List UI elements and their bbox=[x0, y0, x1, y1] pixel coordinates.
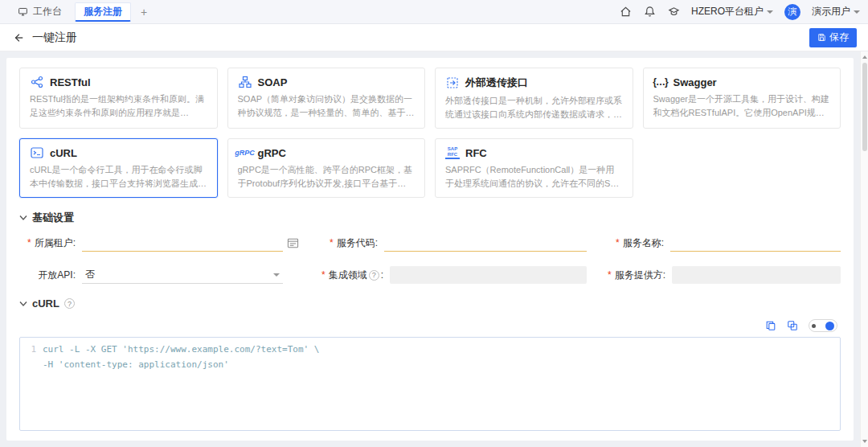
page-title: 一键注册 bbox=[32, 31, 77, 45]
tab-service-register-label: 服务注册 bbox=[84, 5, 122, 18]
card-rfc[interactable]: SAP RFC RFC SAPRFC（RemoteFunctionCall）是一… bbox=[435, 138, 633, 198]
toggle-on-dot bbox=[825, 322, 834, 330]
code-text: curl -L -X GET 'https://www.example.com/… bbox=[43, 342, 319, 358]
line-number: 1 bbox=[20, 342, 43, 358]
basic-settings-form: * 所属租户: * 服务代码: * bbox=[19, 233, 841, 285]
swagger-icon: {…} bbox=[653, 76, 668, 88]
chevron-down-icon bbox=[854, 10, 860, 14]
lov-select-icon[interactable] bbox=[287, 237, 299, 249]
scroll-down-arrow[interactable] bbox=[862, 437, 868, 445]
soap-icon bbox=[238, 76, 252, 88]
sap-rfc-logo-icon: SAP RFC bbox=[445, 146, 460, 159]
back-button[interactable] bbox=[11, 31, 26, 45]
card-description: RESTful指的是一组架构约束条件和原则。满足这些约束条件和原则的应用程序就是… bbox=[30, 92, 207, 119]
basic-settings-title: 基础设置 bbox=[32, 211, 74, 225]
card-description: Swagger是一个开源工具集，用于设计、构建和文档化RESTfulAPI。它使… bbox=[653, 92, 831, 119]
bell-icon[interactable] bbox=[643, 6, 656, 18]
duplicate-icon[interactable] bbox=[787, 320, 799, 332]
service-provider-input-disabled bbox=[672, 266, 841, 284]
external-passthrough-icon bbox=[445, 76, 460, 89]
card-external-api[interactable]: 外部透传接口 外部透传接口是一种机制，允许外部程序或系统通过该接口向系统内部传递… bbox=[435, 68, 633, 129]
card-title: 外部透传接口 bbox=[465, 76, 528, 90]
field-open-api: 开放API: 否 bbox=[19, 265, 301, 285]
card-soap[interactable]: SOAP SOAP（简单对象访问协议）是交换数据的一种协议规范，是一种轻量的、简… bbox=[227, 68, 426, 129]
card-description: cURL是一个命令行工具，用于在命令行或脚本中传输数据，接口平台支持将浏览器生成… bbox=[30, 163, 207, 190]
chevron-down-icon bbox=[767, 10, 773, 14]
top-tab-bar: 工作台 服务注册 + HZERO平台租户 演 演示用户 bbox=[0, 0, 868, 24]
card-title: RESTful bbox=[50, 76, 91, 88]
required-mark: * bbox=[321, 269, 326, 281]
chevron-down-icon bbox=[19, 215, 27, 221]
help-icon[interactable]: ? bbox=[369, 270, 379, 281]
page-header: 一键注册 保存 bbox=[0, 24, 868, 51]
tenant-switcher[interactable]: HZERO平台租户 bbox=[691, 5, 773, 18]
chevron-down-icon bbox=[19, 301, 27, 307]
basic-settings-header[interactable]: 基础设置 bbox=[19, 211, 841, 225]
add-tab-button[interactable]: + bbox=[136, 4, 152, 20]
register-panel: RESTful RESTful指的是一组架构约束条件和原则。满足这些约束条件和原… bbox=[6, 58, 854, 441]
card-title: SOAP bbox=[258, 76, 288, 88]
grpc-logo-icon: gRPC bbox=[238, 146, 252, 159]
open-api-select[interactable]: 否 bbox=[82, 266, 283, 284]
home-icon[interactable] bbox=[619, 6, 632, 18]
card-restful[interactable]: RESTful RESTful指的是一组架构约束条件和原则。满足这些约束条件和原… bbox=[19, 68, 218, 129]
save-button-label: 保存 bbox=[829, 31, 849, 44]
card-title: RFC bbox=[465, 147, 487, 159]
card-title: cURL bbox=[50, 147, 77, 159]
card-title: gRPC bbox=[258, 147, 286, 159]
tenant-switcher-label: HZERO平台租户 bbox=[691, 5, 764, 18]
open-api-label: 开放API: bbox=[19, 269, 82, 282]
integration-domain-input-disabled bbox=[390, 266, 587, 284]
tenant-input[interactable] bbox=[82, 234, 283, 252]
avatar[interactable]: 演 bbox=[784, 4, 800, 20]
card-description: SOAP（简单对象访问协议）是交换数据的一种协议规范，是一种轻量的、简单的、基于… bbox=[238, 92, 416, 119]
required-mark: * bbox=[616, 237, 620, 248]
vertical-scrollbar[interactable] bbox=[860, 51, 868, 447]
editor-view-toggle[interactable] bbox=[809, 319, 837, 332]
card-description: SAPRFC（RemoteFunctionCall）是一种用于处理系统间通信的协… bbox=[445, 163, 623, 190]
field-service-code: * 服务代码: bbox=[321, 233, 587, 252]
service-provider-label: * 服务提供方: bbox=[608, 269, 672, 282]
service-code-label: * 服务代码: bbox=[321, 236, 384, 250]
service-name-input[interactable] bbox=[670, 234, 841, 252]
graduation-cap-icon[interactable] bbox=[667, 6, 680, 18]
card-title: Swagger bbox=[674, 76, 717, 88]
card-grpc[interactable]: gRPC gRPC gRPC是一个高性能、跨平台的RPC框架，基于Protobu… bbox=[227, 138, 426, 198]
copy-icon[interactable] bbox=[765, 320, 777, 332]
user-menu[interactable]: 演示用户 bbox=[812, 5, 860, 18]
open-api-value: 否 bbox=[85, 268, 95, 281]
help-icon[interactable]: ? bbox=[64, 298, 75, 309]
tab-workbench-label: 工作台 bbox=[33, 5, 62, 18]
tab-service-register[interactable]: 服务注册 bbox=[75, 2, 131, 22]
curl-section-title: cURL bbox=[32, 297, 59, 310]
chevron-down-icon bbox=[273, 273, 280, 277]
integration-domain-label: * 集成领域 ? : bbox=[321, 269, 390, 282]
field-tenant: * 所属租户: bbox=[19, 233, 301, 252]
required-mark: * bbox=[27, 237, 31, 248]
content-area: RESTful RESTful指的是一组架构约束条件和原则。满足这些约束条件和原… bbox=[0, 51, 860, 447]
field-integration-domain: * 集成领域 ? : bbox=[321, 265, 587, 285]
card-curl[interactable]: cURL cURL是一个命令行工具，用于在命令行或脚本中传输数据，接口平台支持将… bbox=[19, 138, 218, 198]
required-mark: * bbox=[608, 269, 612, 281]
workbench-icon bbox=[16, 6, 29, 18]
curl-section-header[interactable]: cURL ? bbox=[19, 297, 841, 310]
card-description: 外部透传接口是一种机制，允许外部程序或系统通过该接口向系统内部传递数据或请求，并… bbox=[445, 94, 623, 121]
scroll-up-arrow[interactable] bbox=[862, 53, 868, 61]
scrollbar-thumb[interactable] bbox=[862, 63, 867, 151]
card-swagger[interactable]: {…} Swagger Swagger是一个开源工具集，用于设计、构建和文档化R… bbox=[643, 68, 841, 129]
tab-workbench[interactable]: 工作台 bbox=[8, 2, 70, 22]
save-button[interactable]: 保存 bbox=[809, 28, 857, 47]
required-mark: * bbox=[330, 237, 334, 248]
user-menu-label: 演示用户 bbox=[812, 5, 850, 18]
field-service-name: * 服务名称: bbox=[608, 233, 841, 252]
line-number bbox=[20, 358, 43, 373]
field-service-provider: * 服务提供方: bbox=[608, 265, 841, 285]
toggle-off-dot bbox=[812, 324, 816, 328]
service-type-grid: RESTful RESTful指的是一组架构约束条件和原则。满足这些约束条件和原… bbox=[19, 68, 841, 198]
card-description: gRPC是一个高性能、跨平台的RPC框架，基于Protobuf序列化协议开发,接… bbox=[238, 163, 416, 190]
service-code-input[interactable] bbox=[384, 234, 587, 252]
restful-icon bbox=[30, 76, 44, 88]
code-line: 1 curl -L -X GET 'https://www.example.co… bbox=[20, 342, 840, 358]
curl-code-editor[interactable]: 1 curl -L -X GET 'https://www.example.co… bbox=[19, 337, 841, 431]
code-line: -H 'content-type: application/json' bbox=[20, 358, 840, 373]
